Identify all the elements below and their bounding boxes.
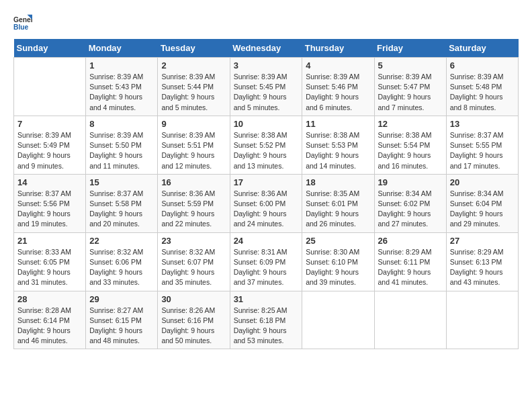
calendar-cell: 17Sunrise: 8:36 AM Sunset: 6:00 PM Dayli… <box>230 174 302 232</box>
day-info: Sunrise: 8:36 AM Sunset: 5:59 PM Dayligh… <box>161 189 226 230</box>
day-number: 2 <box>161 60 226 71</box>
day-info: Sunrise: 8:29 AM Sunset: 6:13 PM Dayligh… <box>450 247 515 288</box>
day-number: 24 <box>234 236 299 246</box>
day-info: Sunrise: 8:36 AM Sunset: 6:00 PM Dayligh… <box>234 189 299 230</box>
svg-text:Blue: Blue <box>13 24 29 31</box>
calendar-cell: 16Sunrise: 8:36 AM Sunset: 5:59 PM Dayli… <box>158 174 230 232</box>
calendar-cell: 21Sunrise: 8:33 AM Sunset: 6:05 PM Dayli… <box>14 232 86 291</box>
calendar-cell: 15Sunrise: 8:37 AM Sunset: 5:58 PM Dayli… <box>86 174 158 232</box>
calendar-cell: 10Sunrise: 8:38 AM Sunset: 5:52 PM Dayli… <box>230 116 302 174</box>
day-number: 17 <box>234 177 299 187</box>
calendar-table: SundayMondayTuesdayWednesdayThursdayFrid… <box>13 39 519 349</box>
calendar-cell: 9Sunrise: 8:39 AM Sunset: 5:51 PM Daylig… <box>158 116 230 174</box>
calendar-cell: 20Sunrise: 8:34 AM Sunset: 6:04 PM Dayli… <box>446 174 518 232</box>
calendar-cell <box>14 58 86 116</box>
day-number: 26 <box>378 236 443 246</box>
calendar-cell: 26Sunrise: 8:29 AM Sunset: 6:11 PM Dayli… <box>374 232 446 291</box>
calendar-cell: 14Sunrise: 8:37 AM Sunset: 5:56 PM Dayli… <box>14 174 86 232</box>
day-info: Sunrise: 8:29 AM Sunset: 6:11 PM Dayligh… <box>378 247 443 288</box>
day-number: 15 <box>89 177 154 187</box>
calendar-cell: 7Sunrise: 8:39 AM Sunset: 5:49 PM Daylig… <box>14 116 86 174</box>
day-info: Sunrise: 8:34 AM Sunset: 6:04 PM Dayligh… <box>450 189 515 230</box>
day-header-tuesday: Tuesday <box>158 39 230 58</box>
day-info: Sunrise: 8:33 AM Sunset: 6:05 PM Dayligh… <box>17 247 82 288</box>
calendar-cell: 1Sunrise: 8:39 AM Sunset: 5:43 PM Daylig… <box>86 58 158 116</box>
week-row-3: 14Sunrise: 8:37 AM Sunset: 5:56 PM Dayli… <box>14 174 519 232</box>
day-header-sunday: Sunday <box>14 39 86 58</box>
day-number: 13 <box>450 119 515 129</box>
day-info: Sunrise: 8:39 AM Sunset: 5:44 PM Dayligh… <box>161 72 226 113</box>
calendar-cell: 29Sunrise: 8:27 AM Sunset: 6:15 PM Dayli… <box>86 291 158 349</box>
day-number: 20 <box>450 177 515 187</box>
day-number: 23 <box>161 236 226 246</box>
day-header-monday: Monday <box>86 39 158 58</box>
day-number: 22 <box>89 236 154 246</box>
week-row-2: 7Sunrise: 8:39 AM Sunset: 5:49 PM Daylig… <box>14 116 519 174</box>
week-row-4: 21Sunrise: 8:33 AM Sunset: 6:05 PM Dayli… <box>14 232 519 291</box>
week-row-5: 28Sunrise: 8:28 AM Sunset: 6:14 PM Dayli… <box>14 291 519 349</box>
day-number: 3 <box>234 60 299 71</box>
day-number: 6 <box>450 60 515 71</box>
day-info: Sunrise: 8:39 AM Sunset: 5:45 PM Dayligh… <box>234 72 299 113</box>
day-info: Sunrise: 8:31 AM Sunset: 6:09 PM Dayligh… <box>234 247 299 288</box>
day-number: 29 <box>89 294 154 304</box>
day-info: Sunrise: 8:39 AM Sunset: 5:49 PM Dayligh… <box>17 130 82 171</box>
day-number: 8 <box>89 119 154 129</box>
day-info: Sunrise: 8:39 AM Sunset: 5:43 PM Dayligh… <box>89 72 154 113</box>
calendar-cell: 25Sunrise: 8:30 AM Sunset: 6:10 PM Dayli… <box>302 232 374 291</box>
day-header-friday: Friday <box>374 39 446 58</box>
calendar-cell: 28Sunrise: 8:28 AM Sunset: 6:14 PM Dayli… <box>14 291 86 349</box>
day-header-thursday: Thursday <box>302 39 374 58</box>
calendar-cell: 3Sunrise: 8:39 AM Sunset: 5:45 PM Daylig… <box>230 58 302 116</box>
day-info: Sunrise: 8:27 AM Sunset: 6:15 PM Dayligh… <box>89 306 154 347</box>
day-number: 9 <box>161 119 226 129</box>
header-row: SundayMondayTuesdayWednesdayThursdayFrid… <box>14 39 519 58</box>
day-number: 28 <box>17 294 82 304</box>
day-info: Sunrise: 8:26 AM Sunset: 6:16 PM Dayligh… <box>161 306 226 347</box>
day-number: 31 <box>234 294 299 304</box>
day-number: 1 <box>89 60 154 71</box>
day-number: 25 <box>306 236 370 246</box>
day-info: Sunrise: 8:38 AM Sunset: 5:54 PM Dayligh… <box>378 130 443 171</box>
day-number: 12 <box>378 119 443 129</box>
day-number: 16 <box>161 177 226 187</box>
day-header-wednesday: Wednesday <box>230 39 302 58</box>
day-number: 30 <box>161 294 226 304</box>
calendar-cell: 18Sunrise: 8:35 AM Sunset: 6:01 PM Dayli… <box>302 174 374 232</box>
day-info: Sunrise: 8:39 AM Sunset: 5:46 PM Dayligh… <box>306 72 370 113</box>
calendar-cell: 24Sunrise: 8:31 AM Sunset: 6:09 PM Dayli… <box>230 232 302 291</box>
calendar-cell <box>446 291 518 349</box>
day-info: Sunrise: 8:39 AM Sunset: 5:48 PM Dayligh… <box>450 72 515 113</box>
logo-icon: General Blue <box>13 13 32 32</box>
day-number: 11 <box>306 119 370 129</box>
calendar-cell: 4Sunrise: 8:39 AM Sunset: 5:46 PM Daylig… <box>302 58 374 116</box>
day-info: Sunrise: 8:37 AM Sunset: 5:58 PM Dayligh… <box>89 189 154 230</box>
calendar-cell: 22Sunrise: 8:32 AM Sunset: 6:06 PM Dayli… <box>86 232 158 291</box>
day-number: 18 <box>306 177 370 187</box>
day-info: Sunrise: 8:30 AM Sunset: 6:10 PM Dayligh… <box>306 247 370 288</box>
calendar-cell: 11Sunrise: 8:38 AM Sunset: 5:53 PM Dayli… <box>302 116 374 174</box>
calendar-cell: 6Sunrise: 8:39 AM Sunset: 5:48 PM Daylig… <box>446 58 518 116</box>
week-row-1: 1Sunrise: 8:39 AM Sunset: 5:43 PM Daylig… <box>14 58 519 116</box>
day-info: Sunrise: 8:38 AM Sunset: 5:53 PM Dayligh… <box>306 130 370 171</box>
calendar-cell: 27Sunrise: 8:29 AM Sunset: 6:13 PM Dayli… <box>446 232 518 291</box>
calendar-cell: 23Sunrise: 8:32 AM Sunset: 6:07 PM Dayli… <box>158 232 230 291</box>
day-number: 7 <box>17 119 82 129</box>
day-info: Sunrise: 8:32 AM Sunset: 6:06 PM Dayligh… <box>89 247 154 288</box>
calendar-cell: 31Sunrise: 8:25 AM Sunset: 6:18 PM Dayli… <box>230 291 302 349</box>
day-info: Sunrise: 8:39 AM Sunset: 5:51 PM Dayligh… <box>161 130 226 171</box>
day-info: Sunrise: 8:39 AM Sunset: 5:50 PM Dayligh… <box>89 130 154 171</box>
day-info: Sunrise: 8:37 AM Sunset: 5:55 PM Dayligh… <box>450 130 515 171</box>
calendar-cell <box>374 291 446 349</box>
day-info: Sunrise: 8:39 AM Sunset: 5:47 PM Dayligh… <box>378 72 443 113</box>
calendar-cell: 12Sunrise: 8:38 AM Sunset: 5:54 PM Dayli… <box>374 116 446 174</box>
calendar-cell: 19Sunrise: 8:34 AM Sunset: 6:02 PM Dayli… <box>374 174 446 232</box>
calendar-cell <box>302 291 374 349</box>
calendar-cell: 30Sunrise: 8:26 AM Sunset: 6:16 PM Dayli… <box>158 291 230 349</box>
day-info: Sunrise: 8:37 AM Sunset: 5:56 PM Dayligh… <box>17 189 82 230</box>
day-info: Sunrise: 8:25 AM Sunset: 6:18 PM Dayligh… <box>234 306 299 347</box>
day-header-saturday: Saturday <box>446 39 518 58</box>
day-info: Sunrise: 8:38 AM Sunset: 5:52 PM Dayligh… <box>234 130 299 171</box>
day-number: 14 <box>17 177 82 187</box>
day-number: 10 <box>234 119 299 129</box>
